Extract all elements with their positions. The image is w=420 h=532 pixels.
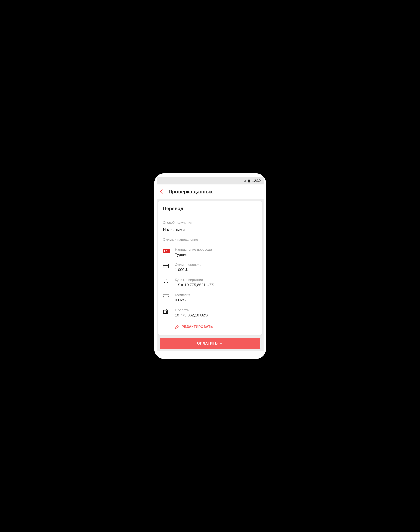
turkey-flag-icon [163,249,170,253]
content-area: Перевод Способ получения Наличными Сумма… [157,199,264,351]
app-header: Проверка данных [157,185,264,199]
amount-section: Сумма и направление Направление перевода… [158,232,262,329]
pencil-icon [175,325,179,329]
pay-button[interactable]: ОПЛАТИТЬ → [160,338,260,349]
rate-row: Курс конвертации 1 $ = 10 775,8621 UZS [163,278,257,287]
status-time: 12:30 [252,179,261,183]
total-value: 10 775 862,10 UZS [175,313,257,317]
card-icon [163,263,170,269]
direction-label: Направление перевода [175,248,257,252]
amount-value: 1 000 $ [175,268,257,272]
fee-value: 0 UZS [175,298,257,302]
status-bar: 12:30 [157,177,264,185]
ticket-icon [163,293,170,299]
back-button[interactable] [159,189,164,194]
edit-button[interactable]: РЕДАКТИРОВАТЬ [163,325,257,329]
amount-section-label: Сумма и направление [163,238,257,242]
page-title: Проверка данных [169,189,213,195]
fee-label: Комиссия [175,293,257,297]
chevron-left-icon [159,189,164,194]
rate-label: Курс конвертации [175,278,257,282]
direction-row: Направление перевода Турция [163,248,257,257]
method-section: Способ получения Наличными [158,215,262,232]
battery-icon [248,179,250,182]
fee-row: Комиссия 0 UZS [163,293,257,302]
amount-row: Сумма перевода 1 000 $ [163,263,257,272]
phone-frame: 12:30 Проверка данных Перевод Способ пол… [154,173,266,359]
arrow-right-icon: → [219,341,223,345]
method-label: Способ получения [163,221,257,225]
card-title: Перевод [158,201,262,215]
direction-value: Турция [175,252,257,257]
edit-label: РЕДАКТИРОВАТЬ [182,325,213,329]
transfer-card: Перевод Способ получения Наличными Сумма… [158,201,262,335]
wallet-icon [163,309,170,314]
signal-icon [243,179,246,182]
svg-rect-0 [163,264,168,268]
amount-label: Сумма перевода [175,263,257,267]
method-value: Наличными [163,228,257,232]
total-label: К оплате [175,308,257,312]
total-row: К оплате 10 775 862,10 UZS [163,308,257,317]
exchange-icon [163,278,170,284]
rate-value: 1 $ = 10 775,8621 UZS [175,283,257,287]
pay-button-label: ОПЛАТИТЬ [197,341,218,345]
